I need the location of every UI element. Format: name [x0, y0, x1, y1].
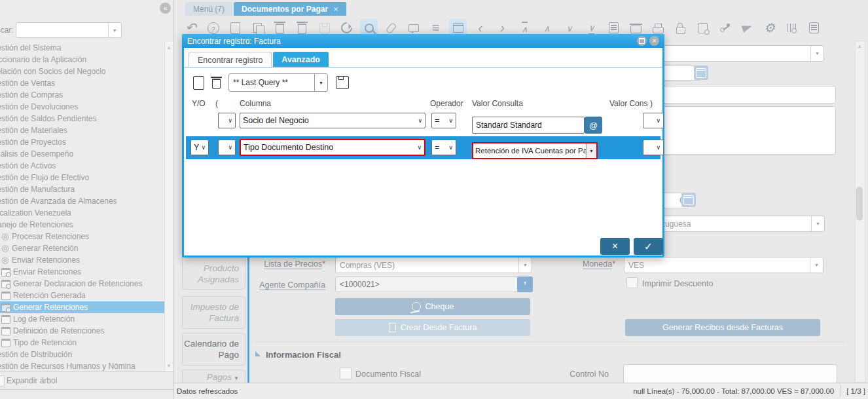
ok-button[interactable]: ✓: [634, 238, 663, 255]
row1-value-field[interactable]: Standard Standard: [472, 117, 585, 134]
business-partner-lookup-button[interactable]: [585, 117, 602, 134]
zoom-across-icon[interactable]: [694, 19, 712, 37]
tree-item-process[interactable]: Procesar Retenciones: [0, 231, 164, 242]
tree-item[interactable]: Gestión de Devoluciones: [0, 101, 164, 113]
tree-item[interactable]: Gestión de Compras: [0, 89, 164, 101]
scroll-down-icon[interactable]: [166, 363, 172, 369]
close-tab-icon[interactable]: ×: [333, 5, 338, 14]
tree-item[interactable]: Gestión de Saldos Pendientes: [0, 113, 164, 124]
agent-lookup-button[interactable]: ’: [517, 276, 533, 292]
row2-paren-select[interactable]: [218, 140, 236, 155]
tree-search-combobox[interactable]: [16, 22, 122, 38]
tree-item[interactable]: Gestión de Recursos Humanos y Nómina: [0, 360, 164, 371]
scroll-up-icon[interactable]: [857, 43, 862, 49]
tree-item[interactable]: Manejo de Retenciones: [0, 219, 164, 231]
new-query-icon[interactable]: [193, 76, 204, 90]
tree-item[interactable]: Gestión de Distribución: [0, 349, 164, 360]
tree-item[interactable]: Gestión de Flujo de Efectivo: [0, 172, 164, 183]
fiscal-document-checkbox[interactable]: [340, 368, 352, 379]
control-no-field[interactable]: [623, 364, 837, 383]
tree-item-window[interactable]: Retención Generada: [0, 290, 164, 301]
row2-value-to-select[interactable]: [643, 140, 664, 155]
print-discount-checkbox[interactable]: [626, 277, 638, 288]
row2-logic-select[interactable]: Y: [190, 140, 209, 155]
tree-item[interactable]: Diccionario de la Aplicación: [0, 54, 164, 66]
price-list-combobox[interactable]: Compras (VES): [335, 257, 532, 273]
close-icon[interactable]: [649, 36, 659, 46]
report-layout-icon[interactable]: [805, 19, 823, 37]
row2-operator-select[interactable]: =: [431, 140, 456, 155]
chevron-down-icon: [234, 375, 239, 381]
control-no-label: Control No: [563, 370, 609, 379]
chevron-down-icon[interactable]: [811, 216, 824, 231]
workflow-icon[interactable]: [716, 19, 734, 37]
cancel-button[interactable]: ×: [600, 238, 630, 255]
tree-item-window[interactable]: Enviar Retenciones: [0, 266, 164, 278]
tab-documentos-por-pagar[interactable]: Documentos por Pagar ×: [234, 2, 346, 16]
calendar-picker-button[interactable]: [694, 66, 708, 80]
row1-column-select[interactable]: Socio del Negocio: [240, 113, 425, 128]
row2-column-select[interactable]: Tipo Documento Destino: [240, 139, 425, 156]
tree-item-process[interactable]: Generar Retención: [0, 242, 164, 254]
currency-label: Moneda*: [560, 259, 615, 269]
tree-item[interactable]: Gestión del Sistema: [0, 42, 164, 54]
preferences-icon[interactable]: [761, 19, 778, 37]
delete-query-icon[interactable]: [212, 79, 221, 89]
saved-query-combobox[interactable]: ** Last Query **: [228, 73, 328, 92]
row1-value-to-select[interactable]: [643, 113, 664, 128]
tree-item-process[interactable]: Enviar Retenciones: [0, 254, 164, 266]
tree-item[interactable]: Gestión de Manufactura: [0, 183, 164, 195]
row1-paren-select[interactable]: [218, 113, 236, 128]
create-from-invoice-button: Crear Desde Factura: [335, 319, 530, 336]
tree-item[interactable]: Análisis de Desempeño: [0, 148, 164, 160]
chevron-down-icon[interactable]: [518, 257, 532, 273]
fiscal-section-title[interactable]: Informacion Fiscal: [266, 350, 341, 360]
generate-receipts-button[interactable]: Generar Recibos desde Facturas: [625, 319, 820, 336]
form-scrollbar[interactable]: [855, 41, 865, 383]
record-pager[interactable]: [ 1/3 ]: [841, 385, 868, 397]
tab-encontrar-registro[interactable]: Encontrar registro: [189, 52, 272, 67]
chevron-down-icon[interactable]: [314, 74, 327, 91]
company-agent-field[interactable]: <1000021>: [335, 276, 524, 292]
tab-impuesto-de-factura[interactable]: Impuesto de Factura: [182, 296, 245, 329]
collapse-triangle-icon[interactable]: [255, 351, 261, 356]
tree-item-window[interactable]: Generar Declaracion de Retenciones: [0, 278, 164, 290]
row2-value-combobox[interactable]: Retención de IVA Cuentas por Paga: [472, 142, 598, 159]
tree-item[interactable]: Gestión de Proyectos: [0, 136, 164, 148]
product-info-icon[interactable]: [783, 19, 801, 37]
tab-menu[interactable]: Menú (7): [185, 2, 232, 16]
cheque-button[interactable]: Cheque: [335, 298, 530, 315]
send-mail-icon[interactable]: [738, 19, 756, 37]
tree-scrollbar[interactable]: [164, 42, 173, 371]
tree-item[interactable]: Localization Venezuela: [0, 207, 164, 219]
chevron-down-icon[interactable]: [586, 143, 596, 158]
tree-item[interactable]: Gestión de Activos: [0, 160, 164, 172]
tab-calendario-de-pago[interactable]: Calendario de Pago: [182, 333, 245, 366]
tree-item-window[interactable]: Log de Retención: [0, 313, 164, 325]
dialog-titlebar[interactable]: Encontrar registro: Factura: [182, 34, 664, 48]
chevron-down-icon[interactable]: [810, 257, 823, 273]
dialog-title: Encontrar registro: Factura: [187, 37, 281, 46]
tree-item-window-selected[interactable]: Generar Retenciones: [0, 301, 164, 313]
sidebar-collapse-button[interactable]: [160, 3, 171, 14]
save-query-icon[interactable]: [336, 76, 349, 89]
tree-search-row: Buscar:: [0, 22, 122, 38]
tab-pagos[interactable]: Pagos: [182, 370, 245, 384]
tree-item-window[interactable]: Definición de Retenciones: [0, 325, 164, 337]
tree-item[interactable]: Gestión de Avanzada de Almacenes: [0, 195, 164, 207]
tree-item[interactable]: Gestión de Materiales: [0, 124, 164, 136]
tab-avanzado[interactable]: Avanzado: [273, 52, 329, 67]
tree-item[interactable]: Gestión de Ventas: [0, 77, 164, 89]
chevron-down-icon[interactable]: [810, 46, 823, 61]
chevron-down-icon[interactable]: [108, 23, 121, 37]
currency-combobox[interactable]: VES: [624, 257, 823, 273]
tree-item-window[interactable]: Tipo de Retención: [0, 337, 164, 349]
expand-tree-checkbox[interactable]: [0, 375, 5, 387]
tree-item[interactable]: Relación con Socios del Negocio: [0, 66, 164, 77]
row1-operator-select[interactable]: =: [431, 113, 456, 128]
maximize-icon[interactable]: [637, 36, 647, 46]
lock-icon[interactable]: [672, 19, 689, 37]
calendar-picker-button[interactable]: [681, 193, 696, 207]
scroll-up-icon[interactable]: [166, 45, 172, 50]
scrollbar-thumb[interactable]: [856, 187, 863, 221]
